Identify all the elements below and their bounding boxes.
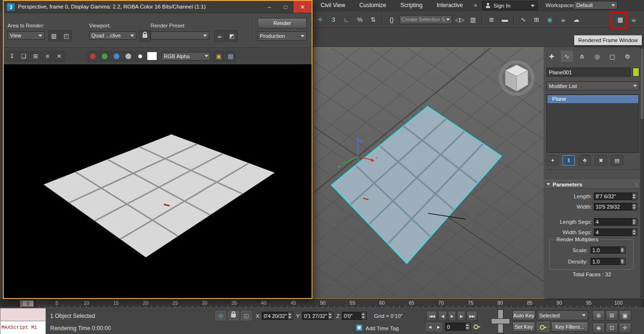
- snaps-toggle-icon[interactable]: 3: [327, 13, 340, 26]
- absolute-offset-mode-icon[interactable]: ◱: [241, 311, 251, 320]
- key-filters-button[interactable]: Key Filters...: [551, 322, 588, 332]
- motion-tab-icon[interactable]: ◎: [591, 51, 603, 62]
- set-key-button[interactable]: Set Key: [512, 322, 535, 332]
- menu-civil-view[interactable]: Civil View: [313, 0, 352, 11]
- perspective-viewport[interactable]: z x y: [313, 47, 545, 299]
- viewport-lock-icon[interactable]: [139, 30, 151, 42]
- length-segs-field[interactable]: 4: [594, 218, 637, 226]
- z-spinner[interactable]: [361, 312, 366, 319]
- modifier-stack-item[interactable]: Plane: [547, 95, 638, 103]
- zoom-extents-icon[interactable]: ▣: [619, 310, 631, 321]
- key-entry-icon[interactable]: [474, 324, 480, 331]
- area-to-render-dropdown[interactable]: View: [8, 31, 45, 40]
- print-image-icon[interactable]: ≡: [42, 51, 53, 62]
- selection-lock-icon[interactable]: [228, 311, 239, 320]
- density-spinner[interactable]: [620, 258, 625, 264]
- close-button[interactable]: ✕: [294, 1, 312, 13]
- x-coordinate-field[interactable]: 0'4 20/32": [262, 312, 293, 320]
- workspace-dropdown[interactable]: Default: [574, 1, 617, 9]
- ribbon-toggle-icon[interactable]: ▬: [498, 13, 511, 26]
- object-name-field[interactable]: Plane001: [546, 68, 631, 77]
- modifier-list-dropdown[interactable]: Modifier List: [546, 81, 639, 90]
- scale-field[interactable]: 1.0: [590, 246, 626, 254]
- save-image-icon[interactable]: ↧: [7, 51, 17, 62]
- add-time-tag-label[interactable]: Add Time Tag: [366, 324, 399, 333]
- width-segs-spinner[interactable]: [632, 229, 637, 236]
- edit-named-selection-sets-icon[interactable]: {}: [385, 13, 398, 26]
- go-to-start-button[interactable]: |◀◀: [426, 311, 437, 321]
- curve-editor-icon[interactable]: ∿: [517, 13, 530, 26]
- green-channel-icon[interactable]: [99, 51, 110, 62]
- render-setup-icon[interactable]: ☕: [556, 13, 570, 26]
- zoom-region-icon[interactable]: ⊡: [606, 323, 618, 333]
- key-mode-toggle-icon[interactable]: [537, 322, 549, 332]
- previous-frame-button[interactable]: ◀|: [438, 311, 447, 321]
- material-editor-icon[interactable]: ◉: [543, 13, 556, 26]
- red-channel-icon[interactable]: [88, 51, 98, 62]
- x-spinner[interactable]: [287, 312, 293, 319]
- clone-window-icon[interactable]: ⊞: [30, 51, 41, 62]
- angle-snap-icon[interactable]: ∟: [340, 13, 353, 26]
- render-button[interactable]: Render: [258, 18, 307, 28]
- pan-view-button[interactable]: [492, 310, 510, 333]
- menu-scripting[interactable]: Scripting: [393, 0, 429, 11]
- auto-region-icon[interactable]: ◰: [61, 30, 72, 42]
- named-selection-sets-dropdown[interactable]: Create Selection Se: [399, 15, 452, 24]
- hierarchy-tab-icon[interactable]: ⋔: [576, 51, 588, 62]
- go-to-end-button[interactable]: ▶▶|: [466, 311, 477, 321]
- mirror-icon[interactable]: ◁▷: [453, 13, 466, 26]
- rfw-render-canvas[interactable]: [4, 64, 312, 298]
- create-tab-icon[interactable]: ✚: [546, 51, 558, 62]
- blue-channel-icon[interactable]: [111, 51, 122, 62]
- toggle-ui-icon[interactable]: ▤: [225, 51, 236, 62]
- render-setup-icon[interactable]: ☕: [214, 30, 225, 42]
- zoom-all-icon[interactable]: ⊞: [606, 310, 618, 321]
- render-production-icon[interactable]: ☕: [627, 13, 640, 26]
- timeline[interactable]: 5101520253035404550556065707580859095100…: [0, 299, 644, 308]
- sign-in-button[interactable]: Sign In: [482, 1, 538, 10]
- y-spinner[interactable]: [328, 312, 333, 319]
- menu-overflow-chevron[interactable]: »: [474, 0, 477, 11]
- rfw-title-bar[interactable]: 3 Perspective, frame 0, Display Gamma: 2…: [4, 1, 312, 13]
- utilities-tab-icon[interactable]: ⚙: [621, 51, 634, 62]
- maxscript-macro-recorder[interactable]: [0, 308, 46, 321]
- display-tab-icon[interactable]: ▢: [606, 51, 618, 62]
- menu-interactive[interactable]: Interactive: [429, 0, 470, 11]
- render-preset-dropdown[interactable]: [151, 31, 209, 40]
- pan-view-icon[interactable]: ✛: [619, 323, 631, 333]
- length-field[interactable]: 8'7 6/32": [594, 193, 637, 200]
- time-slider-handle[interactable]: 0: [22, 300, 34, 307]
- density-field[interactable]: 1.0: [590, 258, 626, 265]
- width-field[interactable]: 10'5 29/32: [594, 203, 637, 211]
- width-spinner[interactable]: [632, 203, 637, 210]
- monochrome-channel-icon[interactable]: [123, 51, 134, 62]
- z-coordinate-field[interactable]: 0'0": [342, 312, 367, 320]
- isolate-selection-icon[interactable]: ◎: [215, 311, 226, 320]
- select-and-manipulate-icon[interactable]: ✛: [313, 13, 327, 26]
- viewport-dropdown[interactable]: Quad ...ctive: [89, 31, 136, 40]
- y-coordinate-field[interactable]: 0'1 27/32": [302, 312, 333, 320]
- channel-display-dropdown[interactable]: RGB Alpha: [161, 52, 211, 61]
- length-spinner[interactable]: [632, 193, 637, 200]
- panel-scrollbar[interactable]: [640, 47, 644, 298]
- zoom-icon[interactable]: ⊕: [592, 310, 605, 321]
- edit-region-icon[interactable]: ▧: [48, 30, 60, 42]
- layer-explorer-icon[interactable]: ≣: [485, 13, 498, 26]
- make-unique-icon[interactable]: ❖: [579, 155, 591, 166]
- maxscript-mini-listener[interactable]: MAXScript Mi: [0, 321, 46, 334]
- previous-key-button[interactable]: ◀: [426, 323, 434, 331]
- render-mode-dropdown[interactable]: Production: [258, 31, 307, 41]
- remove-modifier-icon[interactable]: ✖: [595, 155, 607, 166]
- auto-key-button[interactable]: Auto Key: [512, 310, 535, 320]
- object-color-swatch[interactable]: [633, 68, 639, 77]
- length-segs-spinner[interactable]: [632, 219, 637, 225]
- copy-image-icon[interactable]: ❏: [18, 51, 29, 62]
- menu-customize[interactable]: Customize: [352, 0, 394, 11]
- width-segs-field[interactable]: 4: [594, 229, 637, 236]
- viewcube[interactable]: [501, 62, 533, 94]
- spinner-snap-icon[interactable]: ⇅: [367, 13, 380, 26]
- display-color-swatch[interactable]: [147, 52, 157, 61]
- toggle-ui-overlays-icon[interactable]: ▣: [214, 51, 224, 62]
- clear-image-icon[interactable]: ✕: [54, 51, 64, 62]
- next-frame-button[interactable]: |▶: [457, 311, 465, 321]
